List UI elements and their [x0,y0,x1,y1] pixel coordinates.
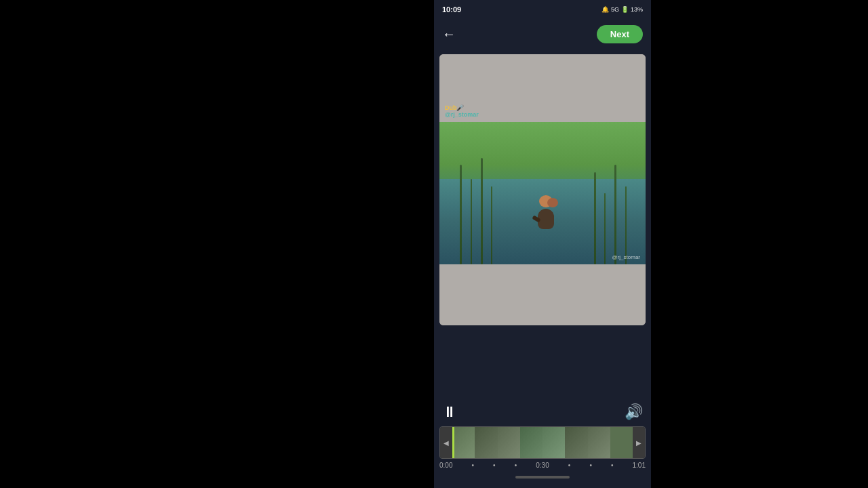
dot-1: • [472,462,475,469]
signal-icon: 5G [611,6,619,13]
reed-6 [604,193,606,264]
timeline-strip[interactable]: ◀ ▶ [439,426,646,459]
next-button[interactable]: Next [597,25,643,43]
bottom-watermark: @rj_stomar [612,254,640,260]
time-start: 0:00 [439,462,452,469]
frame-thumb-1 [452,427,475,458]
reed-5 [594,172,596,265]
monkey [532,195,559,229]
reed-4 [491,186,492,265]
dot-3: • [515,462,517,469]
time-end: 1:01 [633,462,646,469]
video-top-area: Dub🎤 @rj_stomar [439,54,646,122]
dot-6: • [611,462,614,469]
timeline-left-btn[interactable]: ◀ [440,427,452,458]
reed-3 [481,158,483,265]
volume-button[interactable]: 🔊 [625,403,643,421]
time-labels: 0:00 • • • 0:30 • • • 1:01 [434,459,651,469]
video-bottom-area [439,264,646,325]
frame-thumb-6 [565,427,587,458]
frame-thumb-2 [475,427,497,458]
status-icons: 🔔 5G 🔋 13% [601,6,643,13]
status-bar: 10:09 🔔 5G 🔋 13% [434,0,651,19]
frame-thumb-5 [542,427,565,458]
reed-8 [625,186,627,265]
dot-5: • [589,462,592,469]
frame-thumb-8 [610,427,633,458]
timeline-area: ◀ ▶ [434,426,651,459]
reed-2 [471,179,472,264]
playback-controls: ⏸ 🔊 [434,398,651,426]
frame-thumb-3 [498,427,520,458]
video-frame[interactable]: @rj_stomar [439,122,646,264]
timeline-right-btn[interactable]: ▶ [633,427,645,458]
back-button[interactable]: ← [442,27,456,41]
left-panel [0,0,326,488]
status-time: 10:09 [442,5,461,14]
monkey-head [539,195,553,207]
phone-screen: 10:09 🔔 5G 🔋 13% ← Next Dub🎤 @rj_stomar [434,0,651,488]
bottom-handle [434,469,651,488]
handle-bar [515,476,570,479]
time-mid: 0:30 [536,462,549,469]
scene-background: @rj_stomar [439,122,646,264]
frame-thumb-4 [520,427,542,458]
notification-icon: 🔔 [601,6,609,13]
dot-2: • [493,462,496,469]
timeline-playhead [452,427,454,458]
frame-thumb-7 [588,427,610,458]
dot-4: • [568,462,571,469]
watermark-handle: @rj_stomar [445,111,479,118]
pause-button[interactable]: ⏸ [442,403,457,421]
monkey-face [547,198,558,207]
battery-icon: 🔋 [621,6,629,13]
watermark: Dub🎤 @rj_stomar [445,104,479,118]
reed-7 [614,165,616,264]
reed-1 [460,165,462,264]
watermark-dub: Dub🎤 [445,104,465,111]
timeline-frames[interactable] [452,427,633,458]
video-wrapper: Dub🎤 @rj_stomar [439,54,646,325]
top-nav: ← Next [434,19,651,49]
video-container: Dub🎤 @rj_stomar [434,49,651,398]
battery-percent: 13% [631,6,643,13]
